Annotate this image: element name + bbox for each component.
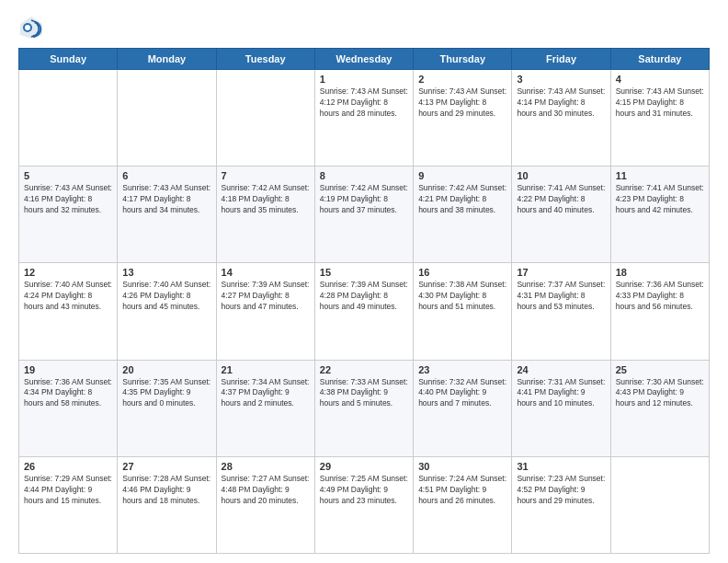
- day-number: 30: [418, 461, 506, 472]
- day-cell: 16Sunrise: 7:38 AM Sunset: 4:30 PM Dayli…: [414, 263, 512, 360]
- day-cell: 8Sunrise: 7:42 AM Sunset: 4:19 PM Daylig…: [314, 167, 413, 263]
- day-cell: 15Sunrise: 7:39 AM Sunset: 4:28 PM Dayli…: [314, 263, 413, 360]
- day-cell: 6Sunrise: 7:43 AM Sunset: 4:17 PM Daylig…: [118, 167, 216, 263]
- day-number: 12: [24, 267, 112, 278]
- day-number: 26: [24, 461, 112, 472]
- day-cell: 26Sunrise: 7:29 AM Sunset: 4:44 PM Dayli…: [19, 456, 118, 553]
- logo-icon: [18, 15, 44, 40]
- day-number: 7: [222, 170, 310, 181]
- day-info: Sunrise: 7:41 AM Sunset: 4:23 PM Dayligh…: [616, 183, 704, 216]
- day-info: Sunrise: 7:35 AM Sunset: 4:35 PM Dayligh…: [122, 377, 210, 410]
- day-cell: 10Sunrise: 7:41 AM Sunset: 4:22 PM Dayli…: [512, 167, 610, 263]
- weekday-header-wednesday: Wednesday: [314, 49, 413, 70]
- weekday-header-friday: Friday: [512, 49, 610, 70]
- day-cell: 5Sunrise: 7:43 AM Sunset: 4:16 PM Daylig…: [19, 167, 118, 263]
- day-cell: 2Sunrise: 7:43 AM Sunset: 4:13 PM Daylig…: [414, 70, 512, 167]
- day-number: 28: [222, 461, 310, 472]
- day-cell: 24Sunrise: 7:31 AM Sunset: 4:41 PM Dayli…: [512, 360, 610, 456]
- day-cell: 29Sunrise: 7:25 AM Sunset: 4:49 PM Dayli…: [314, 456, 413, 553]
- day-number: 3: [517, 74, 605, 85]
- day-cell: 19Sunrise: 7:36 AM Sunset: 4:34 PM Dayli…: [19, 360, 118, 456]
- day-number: 21: [222, 364, 310, 375]
- day-info: Sunrise: 7:43 AM Sunset: 4:17 PM Dayligh…: [122, 183, 210, 216]
- day-number: 11: [616, 170, 704, 181]
- day-info: Sunrise: 7:29 AM Sunset: 4:44 PM Dayligh…: [24, 474, 112, 507]
- day-info: Sunrise: 7:39 AM Sunset: 4:27 PM Dayligh…: [222, 280, 310, 313]
- weekday-header-row: SundayMondayTuesdayWednesdayThursdayFrid…: [19, 49, 710, 70]
- day-cell: 4Sunrise: 7:43 AM Sunset: 4:15 PM Daylig…: [610, 70, 709, 167]
- day-number: 2: [418, 74, 506, 85]
- day-cell: 30Sunrise: 7:24 AM Sunset: 4:51 PM Dayli…: [414, 456, 512, 553]
- day-cell: 9Sunrise: 7:42 AM Sunset: 4:21 PM Daylig…: [414, 167, 512, 263]
- weekday-header-saturday: Saturday: [610, 49, 709, 70]
- day-cell: 12Sunrise: 7:40 AM Sunset: 4:24 PM Dayli…: [19, 263, 118, 360]
- day-cell: 11Sunrise: 7:41 AM Sunset: 4:23 PM Dayli…: [610, 167, 709, 263]
- day-number: 1: [320, 74, 408, 85]
- day-cell: 21Sunrise: 7:34 AM Sunset: 4:37 PM Dayli…: [216, 360, 314, 456]
- day-info: Sunrise: 7:43 AM Sunset: 4:13 PM Dayligh…: [418, 86, 506, 120]
- week-row-5: 26Sunrise: 7:29 AM Sunset: 4:44 PM Dayli…: [19, 456, 710, 553]
- week-row-2: 5Sunrise: 7:43 AM Sunset: 4:16 PM Daylig…: [19, 167, 710, 263]
- day-cell: 28Sunrise: 7:27 AM Sunset: 4:48 PM Dayli…: [216, 456, 314, 553]
- day-info: Sunrise: 7:39 AM Sunset: 4:28 PM Dayligh…: [320, 280, 408, 313]
- day-number: 25: [616, 364, 704, 375]
- day-number: 24: [517, 364, 605, 375]
- day-number: 29: [320, 461, 408, 472]
- week-row-1: 1Sunrise: 7:43 AM Sunset: 4:12 PM Daylig…: [19, 70, 710, 167]
- day-cell: [610, 456, 709, 553]
- day-info: Sunrise: 7:25 AM Sunset: 4:49 PM Dayligh…: [320, 474, 408, 507]
- day-cell: 1Sunrise: 7:43 AM Sunset: 4:12 PM Daylig…: [314, 70, 413, 167]
- calendar: SundayMondayTuesdayWednesdayThursdayFrid…: [18, 48, 710, 554]
- day-number: 16: [418, 267, 506, 278]
- weekday-header-monday: Monday: [118, 49, 216, 70]
- day-number: 13: [122, 267, 210, 278]
- day-cell: [216, 70, 314, 167]
- day-number: 9: [418, 170, 506, 181]
- day-cell: 18Sunrise: 7:36 AM Sunset: 4:33 PM Dayli…: [610, 263, 709, 360]
- day-info: Sunrise: 7:43 AM Sunset: 4:12 PM Dayligh…: [320, 86, 408, 120]
- day-number: 19: [24, 364, 112, 375]
- day-info: Sunrise: 7:42 AM Sunset: 4:21 PM Dayligh…: [418, 183, 506, 216]
- day-cell: 3Sunrise: 7:43 AM Sunset: 4:14 PM Daylig…: [512, 70, 610, 167]
- day-number: 20: [122, 364, 210, 375]
- day-info: Sunrise: 7:34 AM Sunset: 4:37 PM Dayligh…: [222, 377, 310, 410]
- svg-point-2: [25, 25, 30, 30]
- day-info: Sunrise: 7:40 AM Sunset: 4:26 PM Dayligh…: [122, 280, 210, 313]
- day-number: 10: [517, 170, 605, 181]
- week-row-3: 12Sunrise: 7:40 AM Sunset: 4:24 PM Dayli…: [19, 263, 710, 360]
- day-info: Sunrise: 7:40 AM Sunset: 4:24 PM Dayligh…: [24, 280, 112, 313]
- day-cell: 20Sunrise: 7:35 AM Sunset: 4:35 PM Dayli…: [118, 360, 216, 456]
- day-number: 8: [320, 170, 408, 181]
- week-row-4: 19Sunrise: 7:36 AM Sunset: 4:34 PM Dayli…: [19, 360, 710, 456]
- day-cell: 25Sunrise: 7:30 AM Sunset: 4:43 PM Dayli…: [610, 360, 709, 456]
- day-info: Sunrise: 7:32 AM Sunset: 4:40 PM Dayligh…: [418, 377, 506, 410]
- day-number: 22: [320, 364, 408, 375]
- day-cell: [118, 70, 216, 167]
- day-cell: 23Sunrise: 7:32 AM Sunset: 4:40 PM Dayli…: [414, 360, 512, 456]
- weekday-header-sunday: Sunday: [19, 49, 118, 70]
- day-cell: 17Sunrise: 7:37 AM Sunset: 4:31 PM Dayli…: [512, 263, 610, 360]
- weekday-header-thursday: Thursday: [414, 49, 512, 70]
- day-number: 4: [616, 74, 704, 85]
- day-number: 31: [517, 461, 605, 472]
- day-cell: [19, 70, 118, 167]
- day-info: Sunrise: 7:33 AM Sunset: 4:38 PM Dayligh…: [320, 377, 408, 410]
- day-info: Sunrise: 7:41 AM Sunset: 4:22 PM Dayligh…: [517, 183, 605, 216]
- day-info: Sunrise: 7:31 AM Sunset: 4:41 PM Dayligh…: [517, 377, 605, 410]
- day-info: Sunrise: 7:43 AM Sunset: 4:15 PM Dayligh…: [616, 86, 704, 120]
- day-info: Sunrise: 7:42 AM Sunset: 4:19 PM Dayligh…: [320, 183, 408, 216]
- day-cell: 13Sunrise: 7:40 AM Sunset: 4:26 PM Dayli…: [118, 263, 216, 360]
- day-cell: 7Sunrise: 7:42 AM Sunset: 4:18 PM Daylig…: [216, 167, 314, 263]
- day-number: 17: [517, 267, 605, 278]
- day-info: Sunrise: 7:24 AM Sunset: 4:51 PM Dayligh…: [418, 474, 506, 507]
- day-number: 27: [122, 461, 210, 472]
- day-info: Sunrise: 7:36 AM Sunset: 4:34 PM Dayligh…: [24, 377, 112, 410]
- day-info: Sunrise: 7:43 AM Sunset: 4:14 PM Dayligh…: [517, 86, 605, 120]
- day-info: Sunrise: 7:23 AM Sunset: 4:52 PM Dayligh…: [517, 474, 605, 507]
- day-info: Sunrise: 7:38 AM Sunset: 4:30 PM Dayligh…: [418, 280, 506, 313]
- day-info: Sunrise: 7:28 AM Sunset: 4:46 PM Dayligh…: [122, 474, 210, 507]
- header: [18, 15, 710, 40]
- day-number: 23: [418, 364, 506, 375]
- day-cell: 22Sunrise: 7:33 AM Sunset: 4:38 PM Dayli…: [314, 360, 413, 456]
- day-number: 6: [122, 170, 210, 181]
